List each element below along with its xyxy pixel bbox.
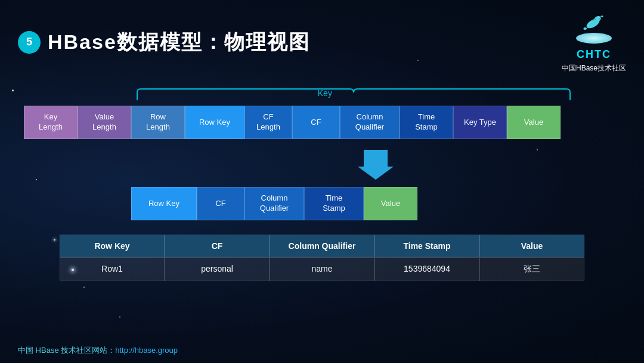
cell-cf-length: CFLength xyxy=(244,106,292,139)
page-title: HBase数据模型：物理视图 xyxy=(48,29,562,56)
cell-row-key: Row Key xyxy=(185,106,244,139)
key-label: Key xyxy=(318,88,332,99)
disc-decoration xyxy=(576,33,612,44)
table-header: Row Key CF Column Qualifier Time Stamp V… xyxy=(60,235,584,257)
td-cf: personal xyxy=(165,257,270,281)
th-value: Value xyxy=(479,235,584,257)
svg-point-3 xyxy=(599,18,600,19)
row1: KeyLength ValueLength RowLength Row Key … xyxy=(24,106,620,139)
th-time-stamp: Time Stamp xyxy=(374,235,479,257)
cell-key-type: Key Type xyxy=(453,106,507,139)
slide-number: 5 xyxy=(18,31,41,54)
footer: 中国 HBase 技术社区网站：http://hbase.group xyxy=(18,344,178,356)
cell-cf2: CF xyxy=(197,187,244,220)
footer-link[interactable]: http://hbase.group xyxy=(115,346,178,355)
arrow-down-container xyxy=(24,150,620,180)
cell-value2: Value xyxy=(364,187,417,220)
cell-value: Value xyxy=(507,106,561,139)
td-row-key: Row1 xyxy=(60,257,165,281)
td-column-qualifier: name xyxy=(270,257,374,281)
cell-row-key2: Row Key xyxy=(131,187,197,220)
logo-area: CHTC 中国HBase技术社区 xyxy=(562,11,626,73)
footer-text: 中国 HBase 技术社区网站： xyxy=(18,346,115,355)
star xyxy=(119,316,120,318)
key-brace xyxy=(131,88,578,103)
row2: Row Key CF ColumnQualifier TimeStamp Val… xyxy=(131,187,620,220)
cell-time-stamp: TimeStamp xyxy=(400,106,453,139)
star xyxy=(83,287,85,288)
header: 5 HBase数据模型：物理视图 CHTC 中国HBase技术社区 xyxy=(0,0,644,79)
td-time-stamp: 1539684094 xyxy=(374,257,479,281)
dolphin-area xyxy=(573,11,615,44)
th-cf: CF xyxy=(165,235,270,257)
cell-row-length: RowLength xyxy=(131,106,185,139)
table-row: Row1 personal name 1539684094 张三 xyxy=(60,257,584,281)
cell-time-stamp2: TimeStamp xyxy=(304,187,364,220)
th-column-qualifier: Column Qualifier xyxy=(270,235,374,257)
logo-text: CHTC xyxy=(577,48,611,61)
cell-value-length: ValueLength xyxy=(78,106,131,139)
key-label-section: Key xyxy=(24,88,620,103)
data-table: Row Key CF Column Qualifier Time Stamp V… xyxy=(60,235,584,281)
cell-column-qualifier: ColumnQualifier xyxy=(340,106,400,139)
logo-sub: 中国HBase技术社区 xyxy=(562,63,626,73)
cell-cf: CF xyxy=(292,106,340,139)
cell-key-length: KeyLength xyxy=(24,106,78,139)
cell-column-qualifier2: ColumnQualifier xyxy=(244,187,304,220)
main-content: Key KeyLength ValueLength RowLength Row … xyxy=(0,88,644,281)
svg-marker-4 xyxy=(358,150,394,180)
th-row-key: Row Key xyxy=(60,235,165,257)
arrow-down-icon xyxy=(358,150,394,180)
td-value: 张三 xyxy=(479,257,584,281)
